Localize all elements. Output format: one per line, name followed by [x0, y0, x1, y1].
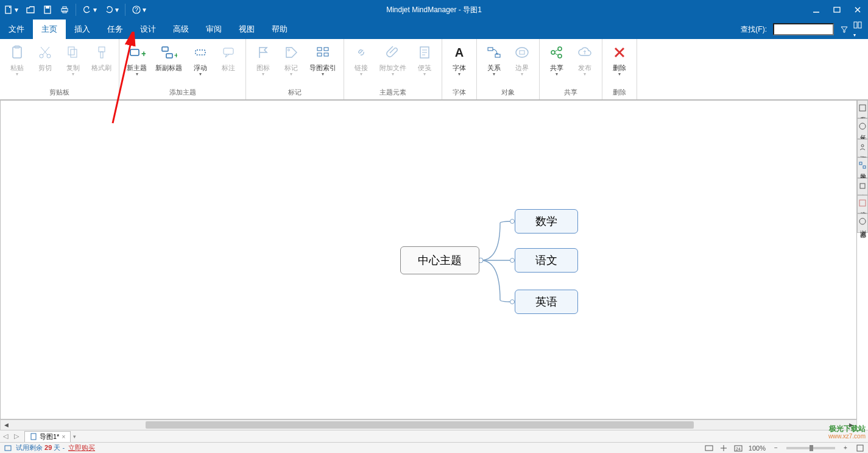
- side-tab-library[interactable]: 库: [857, 178, 868, 195]
- side-tab-browser[interactable]: 浏览器: [857, 213, 868, 233]
- annotation-arrow: [107, 32, 143, 129]
- cut-button[interactable]: 剪切: [32, 41, 58, 74]
- status-map-icon: [4, 444, 12, 452]
- attachment-button[interactable]: 附加文件 ▾: [376, 41, 410, 78]
- zoom-out-button[interactable]: −: [772, 444, 780, 452]
- child-topic-node[interactable]: 数学: [515, 209, 578, 234]
- svg-point-63: [859, 218, 866, 224]
- print-button[interactable]: [56, 0, 73, 20]
- group-label-font: 字体: [446, 87, 473, 99]
- title-bar: ▾ ▾ ▾ ? ▾ Mindjet MindManager - 导图1: [0, 0, 868, 20]
- scroll-left-arrow[interactable]: ◀: [1, 420, 12, 430]
- dropdown-caret-icon: ▾: [322, 71, 324, 77]
- qat-separator: [125, 4, 125, 16]
- svg-rect-64: [31, 433, 36, 440]
- zoom-slider[interactable]: [786, 447, 835, 449]
- publish-button[interactable]: 发布 ▾: [571, 41, 598, 78]
- maximize-button[interactable]: [827, 0, 847, 20]
- font-button[interactable]: A 字体 ▾: [446, 41, 473, 78]
- svg-rect-41: [488, 48, 493, 51]
- redo-button[interactable]: ▾: [101, 0, 122, 20]
- delete-button[interactable]: 删除 ▾: [606, 41, 633, 78]
- side-tab-resources[interactable]: 资源: [857, 139, 868, 157]
- document-icon: [30, 433, 37, 440]
- find-input[interactable]: [773, 23, 834, 35]
- svg-line-70: [113, 37, 132, 123]
- svg-line-19: [41, 47, 48, 55]
- dropdown-caret-icon: ▾: [360, 71, 362, 77]
- svg-rect-34: [324, 48, 328, 51]
- tab-insert[interactable]: 插入: [66, 20, 99, 39]
- document-tab[interactable]: 导图1* ×: [24, 431, 71, 442]
- side-tab-index[interactable]: 索引: [857, 100, 868, 118]
- new-subtopic-button[interactable]: + 新副标题: [152, 41, 186, 74]
- svg-rect-33: [317, 53, 322, 56]
- boundary-button[interactable]: 边界 ▾: [509, 41, 535, 78]
- status-drag-icon[interactable]: [719, 444, 728, 452]
- tab-home[interactable]: 主页: [33, 20, 66, 39]
- callout-button[interactable]: 标注: [215, 41, 242, 74]
- dropdown-caret-icon: ▾: [15, 5, 18, 14]
- quick-access-toolbar: ▾ ▾ ▾ ? ▾: [0, 0, 150, 20]
- save-button[interactable]: [39, 0, 56, 20]
- ribbon-group-markers: 图标 ▾ 标记 ▾ 导图索引 ▾ 标记: [246, 39, 344, 99]
- map-index-button[interactable]: 导图索引 ▾: [306, 41, 340, 78]
- tab-help[interactable]: 帮助: [263, 20, 296, 39]
- status-date-icon[interactable]: 24: [734, 444, 743, 452]
- minimize-button[interactable]: [806, 0, 827, 20]
- tab-overflow-caret[interactable]: ▾: [73, 433, 76, 440]
- hyperlink-button[interactable]: 链接 ▾: [348, 41, 375, 78]
- close-button[interactable]: [847, 0, 868, 20]
- tab-file[interactable]: 文件: [0, 20, 33, 39]
- zoom-in-button[interactable]: +: [841, 444, 850, 452]
- layout-icon[interactable]: ▾: [853, 21, 862, 38]
- tab-scroll-left[interactable]: ◁: [0, 432, 11, 440]
- floating-topic-button[interactable]: 浮动 ▾: [187, 41, 214, 78]
- tab-advanced[interactable]: 高级: [164, 20, 197, 39]
- ribbon-group-delete: 删除 ▾ 删除: [602, 39, 637, 99]
- side-tab-taskinfo[interactable]: 任务信息: [857, 118, 868, 139]
- ribbon-group-topicelements: 链接 ▾ 附加文件 ▾ 便笺 ▾ 主题元素: [344, 39, 442, 99]
- buy-now-link[interactable]: 立即购买: [68, 443, 95, 452]
- canvas[interactable]: 中心主题 数学 语文 英语: [0, 100, 857, 419]
- dropdown-caret-icon: ▾: [556, 71, 558, 77]
- notes-button[interactable]: 便笺 ▾: [411, 41, 438, 78]
- svg-point-45: [551, 51, 555, 54]
- tab-view[interactable]: 视图: [230, 20, 263, 39]
- fit-to-screen-button[interactable]: [856, 444, 864, 452]
- svg-point-57: [859, 123, 866, 129]
- watermark: 极光下载站 www.xz7.com: [828, 425, 866, 440]
- filter-icon[interactable]: [840, 25, 849, 34]
- copy-button[interactable]: 复制 ▾: [60, 41, 86, 78]
- share-icon: [547, 43, 566, 62]
- group-label-delete: 删除: [606, 87, 633, 99]
- close-tab-icon[interactable]: ×: [62, 433, 65, 440]
- tab-review[interactable]: 审阅: [197, 20, 230, 39]
- svg-text:+: +: [174, 51, 177, 60]
- icons-button[interactable]: 图标 ▾: [250, 41, 277, 78]
- tags-button[interactable]: 标记 ▾: [278, 41, 305, 78]
- paste-button[interactable]: 粘贴 ▾: [4, 41, 30, 78]
- svg-text:?: ?: [135, 7, 138, 13]
- svg-rect-9: [834, 7, 840, 12]
- tab-scroll-right[interactable]: ▷: [11, 432, 22, 440]
- share-button[interactable]: 共享 ▾: [543, 41, 570, 78]
- central-topic-node[interactable]: 中心主题: [400, 246, 479, 274]
- side-tab-mapcomponents[interactable]: 导图组件: [857, 157, 868, 178]
- dropdown-caret-icon: ▾: [290, 71, 292, 77]
- help-button[interactable]: ? ▾: [128, 0, 150, 20]
- scroll-thumb[interactable]: [146, 421, 694, 429]
- ribbon-group-share: 共享 ▾ 发布 ▾ 共享: [540, 39, 602, 99]
- dropdown-caret-icon: ▾: [72, 71, 74, 77]
- relation-button[interactable]: 关系 ▾: [481, 41, 507, 78]
- undo-button[interactable]: ▾: [79, 0, 101, 20]
- status-view-icon[interactable]: [705, 444, 713, 452]
- side-tab-search[interactable]: 搜索: [857, 195, 868, 213]
- dropdown-caret-icon: ▾: [584, 71, 586, 77]
- notes-icon: [415, 43, 434, 62]
- open-file-button[interactable]: [22, 0, 39, 20]
- child-topic-node[interactable]: 语文: [515, 248, 578, 273]
- new-file-button[interactable]: ▾: [0, 0, 22, 20]
- horizontal-scrollbar[interactable]: ◀ ▶: [0, 419, 857, 430]
- child-topic-node[interactable]: 英语: [515, 290, 578, 314]
